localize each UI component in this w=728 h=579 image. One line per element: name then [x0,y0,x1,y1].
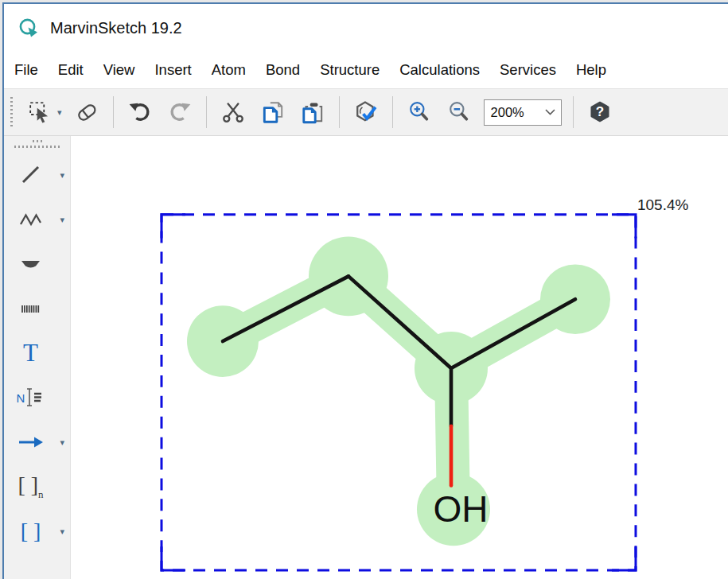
repeating-group-tool-button[interactable]: [ ]n [4,464,70,509]
chain-icon [19,208,43,231]
drawing-canvas[interactable]: OH 105.4% [71,136,728,579]
menu-item-insert[interactable]: Insert [154,61,191,79]
canvas-svg[interactable]: OH 105.4% [71,136,728,579]
undo-icon [127,99,154,126]
atom-properties-tool-button[interactable]: N [4,375,70,420]
eraser-button[interactable] [71,95,103,130]
repeat-bracket-icon: [ ]n [18,472,43,501]
text-cursor-icon [25,387,45,408]
bracket-icon: [ ] [21,519,41,544]
zoom-in-button[interactable] [403,95,435,130]
atom-label-icon: N [17,387,45,408]
zoom-out-button[interactable] [443,95,475,130]
chain-tool-button[interactable]: ▾ [4,197,70,242]
molecule[interactable]: OH [187,237,610,546]
zoom-in-icon [407,99,432,125]
bracket-tool-button[interactable]: [ ] ▾ [4,509,70,554]
scissors-icon [220,99,246,125]
svg-text:OH: OH [434,488,489,530]
text-tool-button[interactable]: T [4,331,70,375]
copy-icon [260,99,286,125]
sidebar-grip[interactable] [14,146,60,148]
tools-sidebar: ▾ ▾ [4,136,71,579]
menu-item-calculations[interactable]: Calculations [399,61,480,79]
select-tool-button[interactable] [25,95,56,130]
multicenter-tool-button[interactable] [4,242,70,286]
redo-button[interactable] [164,95,196,130]
chevron-down-icon[interactable]: ▾ [60,438,64,447]
structure-check-icon [352,99,380,126]
menu-item-edit[interactable]: Edit [58,61,84,79]
atom-letter: N [17,391,25,405]
zoom-level-combobox[interactable]: 200% [484,99,562,126]
help-button[interactable]: ? [584,95,616,130]
multiple-group-tool-button[interactable] [4,286,70,331]
window-title: MarvinSketch 19.2 [50,19,182,37]
chevron-down-icon[interactable]: ▾ [57,108,62,117]
main-toolbar: ▾ [4,88,728,136]
cut-button[interactable] [217,95,249,130]
check-structure-button[interactable] [350,95,382,130]
marquee-select-icon [28,99,53,125]
menu-item-bond[interactable]: Bond [266,61,300,79]
menu-item-atom[interactable]: Atom [212,61,246,79]
single-bond-icon [19,163,43,187]
text-tool-icon: T [23,339,38,367]
copy-button[interactable] [257,95,289,130]
eraser-icon [74,99,99,125]
arrow-right-icon [18,431,45,453]
toolbar-separator [573,96,574,128]
title-bar: MarvinSketch 19.2 [4,4,728,52]
selection-zoom-label: 105.4% [637,196,689,213]
toolbar-grip[interactable] [10,97,13,127]
svg-text:?: ? [595,104,603,119]
toolbar-separator [339,96,340,128]
content-area: ▾ ▾ [4,136,728,579]
sidebar-grip[interactable] [33,140,42,142]
undo-button[interactable] [124,95,156,130]
toolbar-separator [113,96,114,128]
help-icon: ? [587,99,613,125]
menu-item-help[interactable]: Help [576,61,606,79]
paste-button[interactable] [297,95,329,130]
comb-icon [19,297,43,320]
menu-bar: File Edit View Insert Atom Bond Structur… [4,52,728,88]
chevron-down-icon [545,109,555,115]
paste-icon [300,99,325,125]
redo-icon [166,99,193,126]
menu-item-view[interactable]: View [103,61,135,79]
reaction-arrow-tool-button[interactable]: ▾ [4,420,70,464]
bond-tool-button[interactable]: ▾ [4,153,70,197]
marvin-logo-icon [17,17,41,39]
toolbar-separator [206,96,207,128]
app-window: MarvinSketch 19.2 File Edit View Insert … [2,2,728,579]
menu-item-services[interactable]: Services [500,61,556,79]
menu-item-file[interactable]: File [14,61,38,79]
zoom-out-icon [446,99,472,125]
chevron-down-icon[interactable]: ▾ [60,216,64,224]
zoom-level-value: 200% [491,105,545,120]
chevron-down-icon[interactable]: ▾ [60,527,64,536]
chevron-down-icon[interactable]: ▾ [60,171,64,180]
menu-item-structure[interactable]: Structure [320,61,380,79]
multicenter-icon [19,253,43,275]
toolbar-separator [392,96,393,128]
